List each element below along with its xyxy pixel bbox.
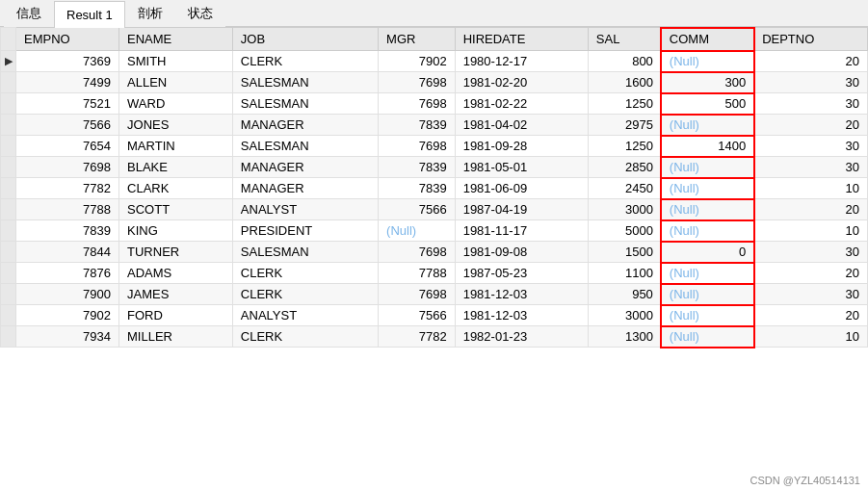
table-row[interactable]: 7844TURNERSALESMAN76981981-09-081500030 (1, 242, 868, 263)
cell-comm: (Null) (661, 220, 753, 242)
cell-sal: 1250 (588, 136, 661, 157)
cell-deptno: 20 (754, 115, 868, 136)
table-row[interactable]: 7839KINGPRESIDENT(Null)1981-11-175000(Nu… (1, 220, 868, 242)
cell-deptno: 20 (754, 263, 868, 284)
tab-剖析[interactable]: 剖析 (125, 0, 175, 27)
cell-hiredate: 1981-11-17 (455, 220, 588, 242)
col-header-job: JOB (232, 28, 378, 51)
cell-comm: 0 (661, 242, 753, 263)
cell-job: SALESMAN (232, 93, 378, 115)
col-header-ename: ENAME (119, 28, 233, 51)
cell-sal: 800 (588, 51, 661, 72)
cell-deptno: 10 (754, 326, 868, 348)
table-row[interactable]: 7788SCOTTANALYST75661987-04-193000(Null)… (1, 199, 868, 220)
col-header-sal: SAL (588, 28, 661, 51)
col-header-deptno: DEPTNO (754, 28, 868, 51)
cell-sal: 1600 (588, 72, 661, 93)
cell-hiredate: 1981-09-28 (455, 136, 588, 157)
cell-empno: 7782 (16, 178, 119, 199)
cell-sal: 2450 (588, 178, 661, 199)
table-row[interactable]: 7902FORDANALYST75661981-12-033000(Null)2… (1, 305, 868, 326)
table-row[interactable]: 7782CLARKMANAGER78391981-06-092450(Null)… (1, 178, 868, 199)
row-indicator (1, 93, 16, 115)
tab-信息[interactable]: 信息 (4, 0, 54, 27)
row-indicator (1, 115, 16, 136)
cell-empno: 7788 (16, 199, 119, 220)
col-header-empno: EMPNO (16, 28, 119, 51)
row-indicator (1, 220, 16, 242)
cell-empno: 7839 (16, 220, 119, 242)
table-row[interactable]: 7499ALLENSALESMAN76981981-02-20160030030 (1, 72, 868, 93)
cell-comm: (Null) (661, 263, 753, 284)
cell-comm: (Null) (661, 51, 753, 72)
table-body: ▶7369SMITHCLERK79021980-12-17800(Null)20… (1, 51, 868, 348)
cell-comm: (Null) (661, 157, 753, 178)
table-row[interactable]: 7934MILLERCLERK77821982-01-231300(Null)1… (1, 326, 868, 348)
cell-sal: 3000 (588, 199, 661, 220)
cell-ename: BLAKE (119, 157, 233, 178)
row-indicator (1, 199, 16, 220)
table-row[interactable]: 7900JAMESCLERK76981981-12-03950(Null)30 (1, 284, 868, 305)
cell-sal: 2850 (588, 157, 661, 178)
tab-状态[interactable]: 状态 (175, 0, 225, 27)
cell-hiredate: 1981-09-08 (455, 242, 588, 263)
cell-ename: KING (119, 220, 233, 242)
cell-hiredate: 1987-04-19 (455, 199, 588, 220)
cell-mgr: 7566 (379, 305, 456, 326)
cell-comm: 300 (661, 72, 753, 93)
cell-empno: 7521 (16, 93, 119, 115)
result-table-container: EMPNOENAMEJOBMGRHIREDATESALCOMMDEPTNO ▶7… (0, 27, 868, 488)
cell-comm: (Null) (661, 199, 753, 220)
result-table: EMPNOENAMEJOBMGRHIREDATESALCOMMDEPTNO ▶7… (0, 27, 868, 348)
header-indicator (1, 28, 16, 51)
table-row[interactable]: 7698BLAKEMANAGER78391981-05-012850(Null)… (1, 157, 868, 178)
cell-sal: 1500 (588, 242, 661, 263)
cell-empno: 7876 (16, 263, 119, 284)
cell-sal: 1100 (588, 263, 661, 284)
cell-hiredate: 1981-02-20 (455, 72, 588, 93)
cell-job: SALESMAN (232, 242, 378, 263)
table-row[interactable]: 7876ADAMSCLERK77881987-05-231100(Null)20 (1, 263, 868, 284)
cell-comm: (Null) (661, 284, 753, 305)
cell-ename: JONES (119, 115, 233, 136)
row-indicator (1, 72, 16, 93)
cell-ename: ALLEN (119, 72, 233, 93)
cell-hiredate: 1981-12-03 (455, 284, 588, 305)
cell-ename: CLARK (119, 178, 233, 199)
table-row[interactable]: 7566JONESMANAGER78391981-04-022975(Null)… (1, 115, 868, 136)
cell-ename: SCOTT (119, 199, 233, 220)
tab-Result 1[interactable]: Result 1 (54, 1, 125, 28)
cell-hiredate: 1981-06-09 (455, 178, 588, 199)
cell-comm: 1400 (661, 136, 753, 157)
cell-ename: TURNER (119, 242, 233, 263)
cell-mgr: 7698 (379, 93, 456, 115)
cell-mgr: 7839 (379, 178, 456, 199)
cell-comm: (Null) (661, 326, 753, 348)
cell-deptno: 30 (754, 157, 868, 178)
cell-empno: 7566 (16, 115, 119, 136)
row-indicator (1, 263, 16, 284)
cell-mgr: 7902 (379, 51, 456, 72)
cell-ename: MILLER (119, 326, 233, 348)
cell-job: CLERK (232, 263, 378, 284)
row-indicator (1, 326, 16, 348)
row-indicator (1, 305, 16, 326)
cell-deptno: 30 (754, 93, 868, 115)
row-indicator (1, 136, 16, 157)
cell-sal: 1300 (588, 326, 661, 348)
cell-mgr: 7788 (379, 263, 456, 284)
cell-comm: (Null) (661, 115, 753, 136)
table-row[interactable]: ▶7369SMITHCLERK79021980-12-17800(Null)20 (1, 51, 868, 72)
cell-deptno: 30 (754, 136, 868, 157)
table-row[interactable]: 7654MARTINSALESMAN76981981-09-2812501400… (1, 136, 868, 157)
cell-mgr: 7782 (379, 326, 456, 348)
cell-job: MANAGER (232, 115, 378, 136)
cell-mgr: 7698 (379, 284, 456, 305)
cell-ename: JAMES (119, 284, 233, 305)
cell-comm: (Null) (661, 178, 753, 199)
table-row[interactable]: 7521WARDSALESMAN76981981-02-22125050030 (1, 93, 868, 115)
cell-empno: 7654 (16, 136, 119, 157)
cell-job: CLERK (232, 284, 378, 305)
cell-sal: 3000 (588, 305, 661, 326)
cell-deptno: 30 (754, 72, 868, 93)
